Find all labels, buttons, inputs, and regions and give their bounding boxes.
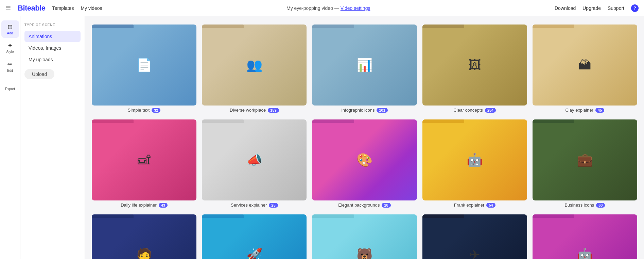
grid-item-infographic-icons[interactable]: 📊 Infographic icons 101 [312, 25, 417, 113]
folder-count-elegant-backgrounds: 28 [382, 203, 390, 208]
folder-thumbnail-diverse-workplace: 👥 [202, 25, 307, 106]
sidebar-add-label: Add [7, 31, 13, 35]
sidebar-item-edit[interactable]: ✏ Edit [1, 58, 19, 75]
my-videos-link[interactable]: My videos [81, 5, 102, 11]
grid-item-clay-explainer[interactable]: 🏔 Clay explainer 45 [533, 25, 637, 113]
grid-item-fun-icons[interactable]: 🚀 Fun icons 61 [202, 214, 307, 259]
folder-label-business-icons: Business icons [564, 203, 594, 208]
download-link[interactable]: Download [555, 5, 576, 11]
scene-grid: 📄 Simple text 32 👥 Diverse workplace 159… [92, 25, 637, 259]
folder-thumbnail-bear-explainer: 🐻 [312, 214, 417, 259]
grid-item-diverse-workplace[interactable]: 👥 Diverse workplace 159 [202, 25, 307, 113]
folder-count-infographic-icons: 101 [377, 108, 387, 113]
scene-type-panel: TYPE OF SCENE Animations Videos, Images … [20, 16, 85, 259]
folder-thumbnail-daily-life-explainer: 🛋 [92, 119, 196, 200]
upload-button[interactable]: Upload [24, 69, 54, 79]
style-icon: ✦ [7, 42, 13, 49]
top-navigation: ☰ Biteable Templates My videos My eye-po… [0, 0, 644, 16]
folder-label-infographic-icons: Infographic icons [341, 108, 375, 113]
video-title: My eye-popping video [286, 5, 333, 11]
sidebar-edit-label: Edit [7, 69, 13, 72]
folder-count-frank-explainer: 54 [486, 203, 495, 208]
video-settings-link[interactable]: Video settings [341, 5, 370, 11]
folder-count-diverse-workplace: 159 [268, 108, 279, 113]
upgrade-link[interactable]: Upgrade [582, 5, 601, 11]
folder-thumbnail-clay-explainer: 🏔 [533, 25, 637, 106]
folder-count-clay-explainer: 45 [595, 108, 604, 113]
grid-item-people-explainer[interactable]: 🧑 People explainer 34 [92, 214, 196, 259]
folder-label-clay-explainer: Clay explainer [565, 108, 593, 113]
folder-thumbnail-frank-explainer: 🤖 [422, 119, 527, 200]
folder-thumbnail-services-explainer: 📣 [202, 119, 307, 200]
scene-option-videos-images[interactable]: Videos, Images [24, 43, 81, 53]
scene-option-animations[interactable]: Animations [24, 31, 81, 42]
hamburger-icon[interactable]: ☰ [5, 4, 11, 12]
folder-thumbnail-business-icons: 💼 [533, 119, 637, 200]
folder-thumbnail-infographic-icons: 📊 [312, 25, 417, 106]
folder-thumbnail-clear-concepts: 🖼 [422, 25, 527, 106]
folder-label-elegant-backgrounds: Elegant backgrounds [338, 203, 380, 208]
grid-item-illustrative-explainer[interactable]: ✈ Illustrative explainer 10 [422, 214, 527, 259]
video-title-bar: My eye-popping video — Video settings [102, 5, 555, 11]
logo: Biteable [18, 4, 46, 13]
grid-item-simple-text[interactable]: 📄 Simple text 32 [92, 25, 196, 113]
grid-item-services-explainer[interactable]: 📣 Services explainer 25 [202, 119, 307, 208]
folder-count-daily-life-explainer: 43 [159, 203, 168, 208]
folder-thumbnail-fun-icons: 🚀 [202, 214, 307, 259]
grid-item-bear-explainer[interactable]: 🐻 Bear explainer 33 [312, 214, 417, 259]
grid-item-clear-concepts[interactable]: 🖼 Clear concepts 254 [422, 25, 527, 113]
nav-right: Download Upgrade Support ? [555, 4, 639, 12]
support-link[interactable]: Support [608, 5, 624, 11]
grid-item-business-icons[interactable]: 💼 Business icons 60 [533, 119, 637, 208]
sidebar-export-label: Export [5, 87, 15, 91]
edit-icon: ✏ [7, 61, 13, 68]
scene-option-my-uploads[interactable]: My uploads [24, 54, 81, 65]
add-icon: ⊞ [7, 23, 13, 31]
folder-label-diverse-workplace: Diverse workplace [230, 108, 266, 113]
folder-label-daily-life-explainer: Daily life explainer [121, 203, 157, 208]
folder-label-services-explainer: Services explainer [231, 203, 267, 208]
grid-item-elegant-backgrounds[interactable]: 🎨 Elegant backgrounds 28 [312, 119, 417, 208]
sidebar-item-style[interactable]: ✦ Style [1, 39, 19, 56]
folder-count-simple-text: 32 [152, 108, 160, 113]
main-content: 📄 Simple text 32 👥 Diverse workplace 159… [85, 16, 644, 259]
sidebar-item-export[interactable]: ↑ Export [1, 77, 19, 94]
grid-item-frank-explainer[interactable]: 🤖 Frank explainer 54 [422, 119, 527, 208]
folder-label-frank-explainer: Frank explainer [454, 203, 485, 208]
grid-item-robot-explainer[interactable]: 🤖 Robot explainer 44 [533, 214, 637, 259]
folder-count-services-explainer: 25 [269, 203, 278, 208]
folder-count-clear-concepts: 254 [485, 108, 496, 113]
scene-panel-title: TYPE OF SCENE [24, 23, 81, 27]
folder-thumbnail-robot-explainer: 🤖 [533, 214, 637, 259]
folder-count-business-icons: 60 [596, 203, 605, 208]
grid-item-daily-life-explainer[interactable]: 🛋 Daily life explainer 43 [92, 119, 196, 208]
folder-label-simple-text: Simple text [128, 108, 150, 113]
folder-thumbnail-simple-text: 📄 [92, 25, 196, 106]
folder-thumbnail-people-explainer: 🧑 [92, 214, 196, 259]
sidebar-style-label: Style [6, 50, 14, 54]
templates-link[interactable]: Templates [52, 5, 74, 11]
icon-sidebar: ⊞ Add ✦ Style ✏ Edit ↑ Export [0, 16, 20, 259]
folder-thumbnail-illustrative-explainer: ✈ [422, 214, 527, 259]
separator: — [334, 5, 339, 11]
sidebar-item-add[interactable]: ⊞ Add [1, 20, 19, 38]
folder-label-clear-concepts: Clear concepts [453, 108, 483, 113]
export-icon: ↑ [8, 79, 12, 86]
help-icon[interactable]: ? [631, 4, 639, 12]
folder-thumbnail-elegant-backgrounds: 🎨 [312, 119, 417, 200]
